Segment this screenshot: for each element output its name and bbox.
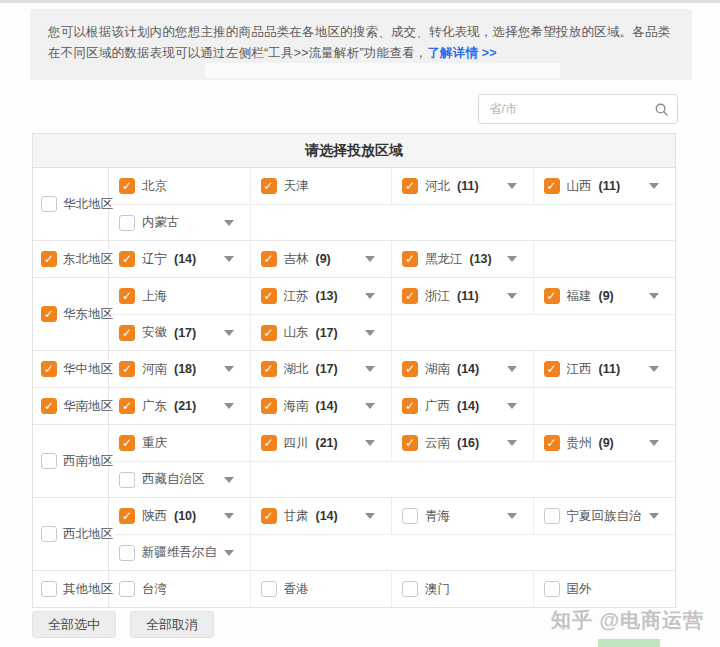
checkbox[interactable] xyxy=(119,581,135,597)
province-item[interactable]: 台湾 xyxy=(109,571,251,607)
checkbox[interactable] xyxy=(261,581,277,597)
checkbox[interactable] xyxy=(41,306,57,322)
checkbox[interactable] xyxy=(261,178,277,194)
chevron-down-icon[interactable] xyxy=(507,183,517,189)
province-item[interactable]: 河南(18) xyxy=(109,351,251,387)
province-item[interactable]: 广东(21) xyxy=(109,388,251,424)
checkbox[interactable] xyxy=(402,435,418,451)
chevron-down-icon[interactable] xyxy=(224,220,234,226)
chevron-down-icon[interactable] xyxy=(224,550,234,556)
checkbox[interactable] xyxy=(119,215,135,231)
checkbox[interactable] xyxy=(41,196,57,212)
checkbox[interactable] xyxy=(544,178,560,194)
chevron-down-icon[interactable] xyxy=(365,403,375,409)
chevron-down-icon[interactable] xyxy=(649,293,659,299)
checkbox[interactable] xyxy=(544,288,560,304)
chevron-down-icon[interactable] xyxy=(224,513,234,519)
checkbox[interactable] xyxy=(41,398,57,414)
province-item[interactable]: 江苏(13) xyxy=(251,278,393,314)
region-group-toggle[interactable]: 华中地区 xyxy=(33,351,109,387)
province-item[interactable]: 浙江(11) xyxy=(392,278,534,314)
chevron-down-icon[interactable] xyxy=(507,403,517,409)
checkbox[interactable] xyxy=(402,178,418,194)
chevron-down-icon[interactable] xyxy=(224,477,234,483)
region-group-toggle[interactable]: 其他地区 xyxy=(33,571,109,607)
province-item[interactable]: 山东(17) xyxy=(251,315,393,350)
chevron-down-icon[interactable] xyxy=(224,330,234,336)
province-item[interactable]: 福建(9) xyxy=(534,278,676,314)
province-item[interactable]: 陕西(10) xyxy=(109,498,251,534)
chevron-down-icon[interactable] xyxy=(224,403,234,409)
chevron-down-icon[interactable] xyxy=(507,440,517,446)
province-item[interactable]: 山西(11) xyxy=(534,168,676,204)
checkbox[interactable] xyxy=(41,453,57,469)
chevron-down-icon[interactable] xyxy=(507,366,517,372)
checkbox[interactable] xyxy=(402,398,418,414)
checkbox[interactable] xyxy=(402,251,418,267)
chevron-down-icon[interactable] xyxy=(365,330,375,336)
province-item[interactable]: 北京 xyxy=(109,168,251,204)
province-item[interactable]: 河北(11) xyxy=(392,168,534,204)
province-item[interactable]: 西藏自治区 xyxy=(109,462,251,497)
province-item[interactable]: 上海 xyxy=(109,278,251,314)
province-item[interactable]: 贵州(9) xyxy=(534,425,676,461)
checkbox[interactable] xyxy=(261,251,277,267)
checkbox[interactable] xyxy=(119,178,135,194)
checkbox[interactable] xyxy=(402,581,418,597)
province-item[interactable]: 新疆维吾尔自治区 xyxy=(109,535,251,570)
province-item[interactable]: 天津 xyxy=(251,168,393,204)
province-item[interactable]: 江西(11) xyxy=(534,351,676,387)
chevron-down-icon[interactable] xyxy=(365,366,375,372)
checkbox[interactable] xyxy=(402,288,418,304)
checkbox[interactable] xyxy=(119,361,135,377)
province-item[interactable]: 内蒙古 xyxy=(109,205,251,240)
checkbox[interactable] xyxy=(119,472,135,488)
checkbox[interactable] xyxy=(402,508,418,524)
region-group-toggle[interactable]: 华南地区 xyxy=(33,388,109,424)
province-item[interactable]: 甘肃(14) xyxy=(251,498,393,534)
province-item[interactable]: 吉林(9) xyxy=(251,241,393,277)
chevron-down-icon[interactable] xyxy=(507,513,517,519)
checkbox[interactable] xyxy=(261,288,277,304)
checkbox[interactable] xyxy=(41,251,57,267)
province-item[interactable]: 湖北(17) xyxy=(251,351,393,387)
province-item[interactable]: 广西(14) xyxy=(392,388,534,424)
province-item[interactable]: 海南(14) xyxy=(251,388,393,424)
chevron-down-icon[interactable] xyxy=(224,256,234,262)
region-group-toggle[interactable]: 东北地区 xyxy=(33,241,109,277)
checkbox[interactable] xyxy=(41,526,57,542)
cancel-all-button[interactable]: 全部取消 xyxy=(130,611,214,638)
province-item[interactable]: 重庆 xyxy=(109,425,251,461)
checkbox[interactable] xyxy=(544,361,560,377)
checkbox[interactable] xyxy=(261,398,277,414)
checkbox[interactable] xyxy=(261,508,277,524)
checkbox[interactable] xyxy=(261,361,277,377)
province-item[interactable]: 湖南(14) xyxy=(392,351,534,387)
learn-more-link[interactable]: 了解详情 >> xyxy=(427,46,496,60)
province-item[interactable]: 四川(21) xyxy=(251,425,393,461)
chevron-down-icon[interactable] xyxy=(224,366,234,372)
checkbox[interactable] xyxy=(119,325,135,341)
checkbox[interactable] xyxy=(544,435,560,451)
province-item[interactable]: 云南(16) xyxy=(392,425,534,461)
chevron-down-icon[interactable] xyxy=(507,293,517,299)
chevron-down-icon[interactable] xyxy=(507,256,517,262)
checkbox[interactable] xyxy=(261,435,277,451)
checkbox[interactable] xyxy=(119,435,135,451)
province-item[interactable]: 国外 xyxy=(534,571,676,607)
chevron-down-icon[interactable] xyxy=(649,366,659,372)
region-group-toggle[interactable]: 华东地区 xyxy=(33,278,109,350)
checkbox[interactable] xyxy=(544,508,560,524)
checkbox[interactable] xyxy=(119,508,135,524)
checkbox[interactable] xyxy=(119,251,135,267)
checkbox[interactable] xyxy=(119,398,135,414)
chevron-down-icon[interactable] xyxy=(365,440,375,446)
checkbox[interactable] xyxy=(41,581,57,597)
chevron-down-icon[interactable] xyxy=(649,513,659,519)
chevron-down-icon[interactable] xyxy=(649,183,659,189)
checkbox[interactable] xyxy=(544,581,560,597)
province-item[interactable]: 安徽(17) xyxy=(109,315,251,350)
chevron-down-icon[interactable] xyxy=(649,440,659,446)
province-search-box[interactable] xyxy=(478,94,678,124)
region-group-toggle[interactable]: 华北地区 xyxy=(33,168,109,240)
